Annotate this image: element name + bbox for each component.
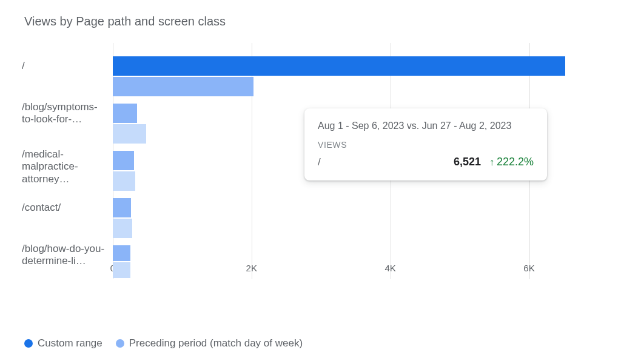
- bar-current[interactable]: [113, 245, 130, 261]
- y-axis-label: /blog/symptoms-to-look-for-…: [22, 101, 107, 126]
- bar-row: /: [113, 56, 585, 99]
- y-axis-label: /: [22, 60, 107, 72]
- bar-current[interactable]: [113, 104, 137, 123]
- bar-previous[interactable]: [113, 124, 146, 144]
- y-axis-label: /medical-malpractice-attorney…: [22, 148, 107, 185]
- bar-current[interactable]: [113, 56, 565, 76]
- tooltip-delta: ↑ 222.2%: [489, 156, 534, 168]
- tooltip-metric-label: VIEWS: [318, 140, 534, 150]
- bar-current[interactable]: [113, 151, 134, 170]
- legend-label: Preceding period (match day of week): [129, 337, 303, 349]
- tooltip-date-range: Aug 1 - Sep 6, 2023 vs. Jun 27 - Aug 2, …: [318, 121, 534, 131]
- tooltip-value: 6,521: [454, 156, 481, 168]
- tooltip-path: /: [318, 156, 454, 168]
- chart-title: Views by Page path and screen class: [24, 15, 597, 28]
- chart-container: Views by Page path and screen class 0 2K…: [0, 0, 621, 364]
- legend-swatch-icon: [116, 339, 124, 348]
- tooltip-delta-value: 222.2%: [497, 156, 534, 168]
- arrow-up-icon: ↑: [489, 157, 494, 168]
- y-axis-label: /contact/: [22, 202, 107, 214]
- legend: Custom range Preceding period (match day…: [24, 337, 316, 349]
- legend-item[interactable]: Preceding period (match day of week): [116, 337, 303, 349]
- bar-row: /blog/how-do-you-determine-li…: [113, 245, 585, 282]
- legend-item[interactable]: Custom range: [24, 337, 102, 349]
- bar-row: /contact/: [113, 198, 585, 240]
- bar-previous[interactable]: [113, 77, 253, 96]
- bar-previous[interactable]: [113, 262, 130, 278]
- tooltip-value-row: / 6,521 ↑ 222.2%: [318, 156, 534, 168]
- bar-previous[interactable]: [113, 171, 135, 191]
- bar-current[interactable]: [113, 198, 131, 217]
- legend-label: Custom range: [38, 337, 102, 349]
- y-axis-label: /blog/how-do-you-determine-li…: [22, 243, 107, 268]
- bar-previous[interactable]: [113, 219, 132, 238]
- legend-swatch-icon: [24, 339, 33, 348]
- chart-tooltip: Aug 1 - Sep 6, 2023 vs. Jun 27 - Aug 2, …: [304, 108, 547, 180]
- chart-area: 0 2K 4K 6K / /blog/symptoms-to-look-for-…: [91, 43, 597, 303]
